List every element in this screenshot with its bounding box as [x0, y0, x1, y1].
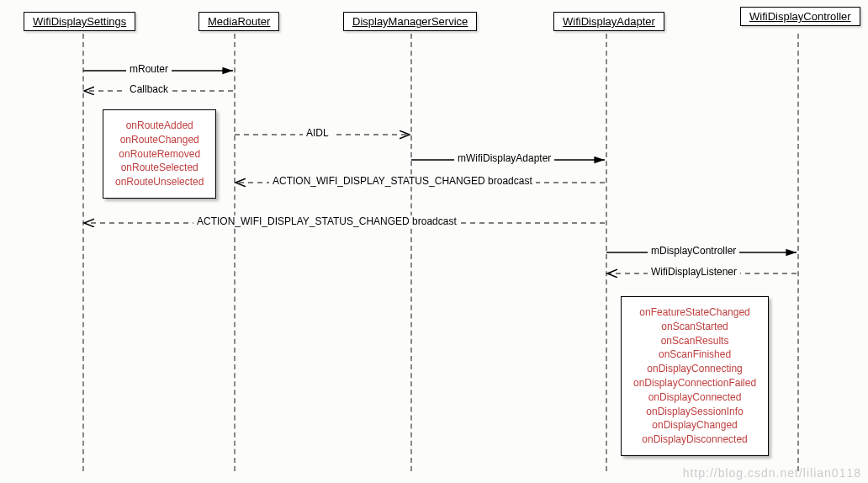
watermark: http://blog.csdn.net/lilian0118 [683, 466, 861, 480]
participant-wifidisplaysettings: WifiDisplaySettings [24, 12, 135, 31]
note-router-callbacks: onRouteAdded onRouteChanged onRouteRemov… [103, 109, 216, 199]
note-line: onScanResults [633, 334, 756, 348]
msg-broadcast1: ACTION_WIFI_DISPLAY_STATUS_CHANGED broad… [269, 175, 536, 187]
note-line: onDisplayDisconnected [633, 433, 756, 447]
msg-aidl: AIDL [303, 127, 332, 139]
note-line: onRouteAdded [115, 119, 204, 133]
participant-wifidisplayadapter: WifiDisplayAdapter [553, 12, 664, 31]
note-line: onScanStarted [633, 320, 756, 334]
participant-wifidisplaycontroller: WifiDisplayController [740, 7, 860, 26]
note-line: onDisplayConnectionFailed [633, 376, 756, 390]
msg-mrouter: mRouter [126, 63, 172, 75]
msg-callback: Callback [126, 83, 172, 95]
msg-broadcast2: ACTION_WIFI_DISPLAY_STATUS_CHANGED broad… [193, 215, 460, 227]
note-line: onRouteChanged [115, 133, 204, 147]
lifeline-p4 [606, 34, 607, 471]
msg-mdisplaycontroller: mDisplayController [648, 245, 739, 257]
note-line: onDisplaySessionInfo [633, 405, 756, 419]
note-display-listener: onFeatureStateChanged onScanStarted onSc… [621, 296, 769, 456]
note-line: onDisplayConnected [633, 390, 756, 405]
msg-wifidisplaylistener: WifiDisplayListener [648, 266, 740, 278]
note-line: onScanFinished [633, 348, 756, 362]
note-line: onRouteUnselected [115, 175, 204, 189]
note-line: onRouteRemoved [115, 147, 204, 162]
lifeline-p5 [797, 34, 799, 471]
lifeline-p1 [82, 34, 84, 471]
participant-displaymanagerservice: DisplayManagerService [343, 12, 477, 31]
note-line: onRouteSelected [115, 161, 204, 175]
note-line: onDisplayChanged [633, 418, 756, 433]
msg-mwifidisplayadapter: mWifiDisplayAdapter [454, 152, 554, 164]
note-line: onDisplayConnecting [633, 362, 756, 376]
participant-mediarouter: MediaRouter [198, 12, 279, 31]
lifeline-p2 [234, 34, 236, 471]
note-line: onFeatureStateChanged [633, 305, 756, 320]
lifeline-p3 [410, 34, 412, 471]
